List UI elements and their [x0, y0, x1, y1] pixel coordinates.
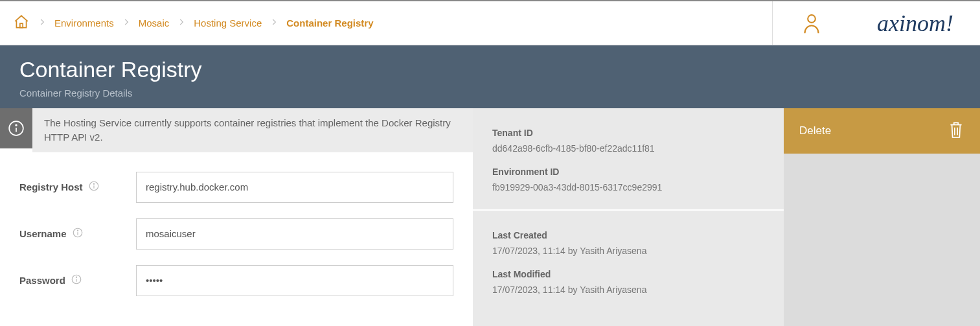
row-password: Password — [19, 265, 453, 296]
registry-host-input[interactable] — [136, 172, 453, 203]
chevron-right-icon — [122, 17, 131, 29]
last-created-label: Last Created — [492, 230, 764, 240]
label-username: Username — [19, 227, 136, 240]
page-subtitle: Container Registry Details — [19, 87, 961, 99]
svg-point-1 — [808, 15, 815, 23]
chevron-right-icon — [38, 17, 47, 29]
password-input[interactable] — [136, 265, 453, 296]
info-icon[interactable] — [71, 274, 82, 287]
last-modified-label: Last Modified — [492, 269, 764, 279]
breadcrumb-mosaic[interactable]: Mosaic — [139, 17, 170, 29]
info-icon — [0, 108, 32, 148]
delete-button[interactable]: Delete — [784, 108, 980, 154]
row-username: Username — [19, 218, 453, 250]
trash-icon — [948, 120, 964, 143]
svg-point-10 — [77, 230, 78, 231]
home-icon[interactable] — [13, 14, 30, 33]
meta-ids: Tenant ID dd642a98-6cfb-4185-bf80-ef22ad… — [473, 108, 784, 209]
body: The Hosting Service currently supports c… — [0, 108, 980, 326]
topbar-right: axinom! — [772, 1, 980, 45]
top-bar: Environments Mosaic Hosting Service Cont… — [0, 0, 980, 45]
meta-audit: Last Created 17/07/2023, 11:14 by Yasith… — [473, 209, 784, 312]
svg-point-7 — [93, 183, 94, 184]
breadcrumb-environments[interactable]: Environments — [54, 17, 114, 29]
delete-label: Delete — [799, 124, 831, 137]
breadcrumb-hosting-service[interactable]: Hosting Service — [194, 17, 262, 29]
last-modified-value: 17/07/2023, 11:14 by Yasith Ariyasena — [492, 285, 764, 295]
breadcrumb-container-registry[interactable]: Container Registry — [286, 17, 373, 29]
last-created-value: 17/07/2023, 11:14 by Yasith Ariyasena — [492, 246, 764, 256]
brand-text: axinom! — [877, 10, 953, 37]
environment-id-value: fb919929-00a3-43dd-8015-6317cc9e2991 — [492, 182, 764, 192]
actions-panel: Delete — [784, 108, 980, 326]
svg-point-13 — [76, 277, 76, 277]
chevron-right-icon — [269, 17, 279, 29]
info-banner-text: The Hosting Service currently supports c… — [32, 108, 473, 152]
info-icon[interactable] — [88, 180, 100, 194]
label-text: Password — [19, 275, 65, 286]
label-registry-host: Registry Host — [19, 180, 136, 194]
form-panel: The Hosting Service currently supports c… — [0, 108, 473, 326]
brand-logo: axinom! — [850, 10, 980, 37]
user-menu[interactable] — [773, 12, 850, 34]
environment-id-label: Environment ID — [492, 167, 764, 177]
label-text: Registry Host — [19, 181, 83, 192]
breadcrumb: Environments Mosaic Hosting Service Cont… — [0, 1, 772, 45]
label-password: Password — [19, 274, 136, 287]
page-title: Container Registry — [19, 57, 961, 82]
metadata-panel: Tenant ID dd642a98-6cfb-4185-bf80-ef22ad… — [473, 108, 784, 326]
row-registry-host: Registry Host — [19, 172, 453, 203]
username-input[interactable] — [136, 218, 453, 250]
svg-point-4 — [16, 124, 17, 126]
tenant-id-label: Tenant ID — [492, 128, 764, 138]
info-banner: The Hosting Service currently supports c… — [0, 108, 473, 152]
form: Registry Host Username — [0, 152, 473, 312]
page-header: Container Registry Container Registry De… — [0, 45, 980, 108]
info-icon[interactable] — [72, 227, 84, 240]
svg-rect-0 — [20, 23, 23, 27]
chevron-right-icon — [177, 17, 186, 29]
tenant-id-value: dd642a98-6cfb-4185-bf80-ef22adc11f81 — [492, 143, 764, 154]
label-text: Username — [19, 228, 67, 239]
